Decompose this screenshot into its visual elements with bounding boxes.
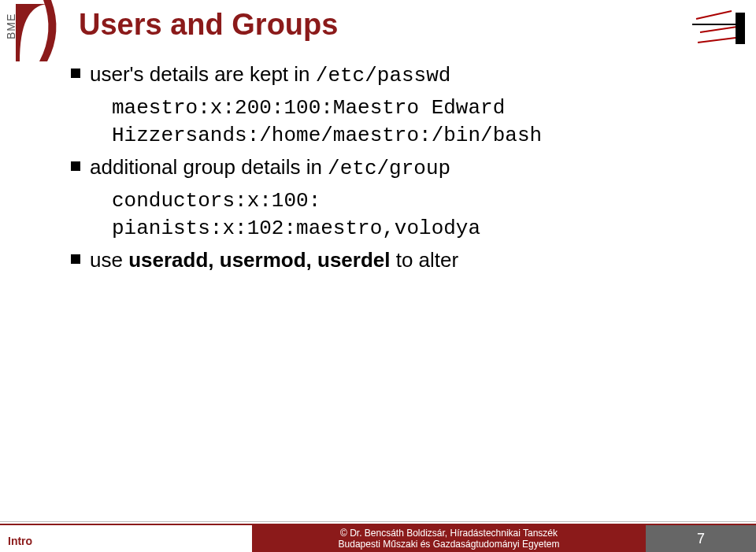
slide-title: Users and Groups: [79, 8, 338, 42]
page-number: 7: [646, 525, 756, 552]
bullet-text-mono: /etc/group: [328, 157, 450, 180]
footer-attribution: © Dr. Bencsáth Boldizsár, Híradástechnik…: [252, 525, 646, 552]
svg-line-1: [696, 11, 732, 19]
bme-logo: BME: [0, 0, 79, 67]
logo-curve-icon: [12, 0, 75, 63]
footer-left-label: Intro: [8, 535, 32, 547]
code-line: Hizzersands:/home/maestro:/bin/bash: [112, 122, 701, 150]
bullet-text-prefix: additional group details in: [90, 155, 328, 179]
footer-attribution-line1: © Dr. Bencsáth Boldizsár, Híradástechnik…: [260, 528, 638, 539]
bullet-item: additional group details in /etc/group: [71, 154, 701, 183]
square-bullet-icon: [71, 254, 80, 264]
square-bullet-icon: [71, 69, 80, 78]
bullet-item: use useradd, usermod, userdel to alter: [71, 247, 701, 274]
bullet-text-mono: /etc/passwd: [316, 64, 451, 87]
bullet-text: additional group details in /etc/group: [90, 154, 450, 183]
slide-footer: Intro © Dr. Bencsáth Boldizsár, Híradást…: [0, 522, 756, 552]
bullet-text-prefix: user's details are kept in: [90, 62, 316, 86]
footer-divider-thin: [0, 521, 756, 522]
code-line: pianists:x:102:maestro,volodya: [112, 215, 701, 243]
svg-line-3: [698, 38, 736, 43]
bullet-text: use useradd, usermod, userdel to alter: [90, 247, 458, 274]
slide-content: user's details are kept in /etc/passwd m…: [71, 61, 701, 279]
bullet-text-prefix: use: [90, 248, 128, 272]
square-bullet-icon: [71, 161, 80, 171]
svg-line-2: [700, 27, 737, 32]
bullet-text-bold: useradd, usermod, userdel: [128, 248, 390, 272]
svg-rect-4: [736, 13, 745, 44]
bullet-text: user's details are kept in /etc/passwd: [90, 61, 450, 90]
code-line: maestro:x:200:100:Maestro Edward: [112, 94, 701, 122]
code-line: conductors:x:100:: [112, 187, 701, 215]
bullet-text-suffix: to alter: [390, 248, 458, 272]
footer-attribution-line2: Budapesti Műszaki és Gazdaságtudományi E…: [260, 539, 638, 550]
corner-logo-icon: [688, 5, 751, 60]
bullet-item: user's details are kept in /etc/passwd: [71, 61, 701, 90]
